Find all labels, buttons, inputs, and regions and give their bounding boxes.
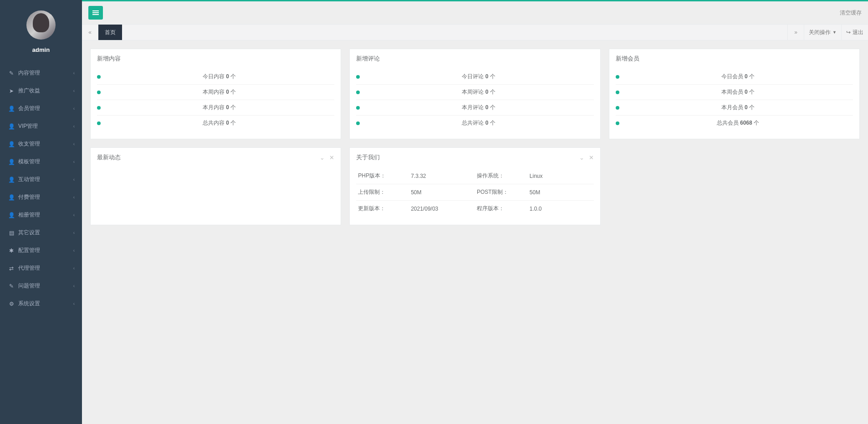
card-new-content: 新增内容 今日内容 0 个本周内容 0 个本月内容 0 个总共内容 0 个 <box>90 49 341 139</box>
card-about-us: 关于我们 ⌄ ✕ PHP版本：7.3.32操作系统：Linux上传限制：50MP… <box>349 147 600 225</box>
close-icon[interactable]: ✕ <box>329 154 334 161</box>
send-icon: ➤ <box>7 88 15 94</box>
chevron-left-icon: ‹ <box>73 230 75 233</box>
card-title: 新增评论 <box>356 55 380 63</box>
card-title: 新增内容 <box>97 55 121 63</box>
card-new-comments: 新增评论 今日评论 0 个本周评论 0 个本月评论 0 个总共评论 0 个 <box>349 49 600 139</box>
tab-close-ops-dropdown[interactable]: 关闭操作 ▼ <box>804 25 841 40</box>
main-area: 清空缓存 « 首页 » 关闭操作 ▼ ↪ 退出 新增内容 今日内容 0 个本周内… <box>82 1 868 233</box>
chevron-left-icon: ‹ <box>73 88 75 93</box>
stat-label: 本周内容 0 个 <box>104 88 334 96</box>
sidebar-item-4[interactable]: 👤收支管理‹ <box>0 135 82 153</box>
close-icon[interactable]: ✕ <box>589 154 594 161</box>
user-icon: 👤 <box>7 106 15 112</box>
chevron-left-icon: ‹ <box>73 141 75 146</box>
chevron-double-left-icon: « <box>88 29 92 35</box>
sidebar-item-9[interactable]: ▤其它设置‹ <box>0 224 82 233</box>
sidebar-item-label: 付费管理 <box>18 193 40 201</box>
status-dot-icon <box>97 91 101 94</box>
menu-toggle-button[interactable] <box>88 6 103 20</box>
tab-scroll-right-button[interactable]: » <box>787 25 804 40</box>
status-dot-icon <box>356 75 360 79</box>
status-dot-icon <box>97 106 101 110</box>
info-value: 1.0.0 <box>528 201 594 217</box>
stat-label: 本周会员 0 个 <box>623 88 853 96</box>
about-table: PHP版本：7.3.32操作系统：Linux上传限制：50MPOST限制：50M… <box>356 168 593 217</box>
tab-home[interactable]: 首页 <box>98 25 122 40</box>
clear-cache-link[interactable]: 清空缓存 <box>840 9 862 17</box>
stat-row: 本月评论 0 个 <box>356 100 593 116</box>
sidebar-item-label: 相册管理 <box>18 211 40 219</box>
stat-label: 总共评论 0 个 <box>363 119 593 127</box>
card-header: 新增评论 <box>350 49 600 68</box>
stat-row: 今日内容 0 个 <box>97 69 334 85</box>
card-header: 最新动态 ⌄ ✕ <box>91 148 341 167</box>
stat-label: 本月内容 0 个 <box>104 104 334 111</box>
stat-row: 本月会员 0 个 <box>616 100 853 116</box>
status-dot-icon <box>356 106 360 110</box>
sidebar-item-5[interactable]: 👤模板管理‹ <box>0 153 82 171</box>
logout-button[interactable]: ↪ 退出 <box>841 25 868 40</box>
info-key: 操作系统： <box>475 168 528 184</box>
tab-close-ops-label: 关闭操作 <box>809 25 831 40</box>
chevron-left-icon: ‹ <box>73 212 75 217</box>
sidebar-nav: ✎内容管理‹➤推广收益‹👤会员管理‹👤VIP管理‹👤收支管理‹👤模板管理‹👤互动… <box>0 64 82 233</box>
info-key: POST限制： <box>475 184 528 201</box>
card-body: PHP版本：7.3.32操作系统：Linux上传限制：50MPOST限制：50M… <box>350 167 600 225</box>
status-dot-icon <box>616 106 619 110</box>
stat-row: 本周评论 0 个 <box>356 85 593 100</box>
sidebar-item-2[interactable]: 👤会员管理‹ <box>0 100 82 117</box>
list-icon: ▤ <box>7 230 15 234</box>
sidebar-item-3[interactable]: 👤VIP管理‹ <box>0 117 82 135</box>
chevron-left-icon: ‹ <box>73 159 75 164</box>
collapse-icon[interactable]: ⌄ <box>579 154 584 161</box>
card-new-members: 新增会员 今日会员 0 个本周会员 0 个本月会员 0 个总共会员 6068 个 <box>609 49 860 139</box>
info-value: 50M <box>409 184 475 201</box>
card-header: 新增会员 <box>609 49 859 68</box>
collapse-icon[interactable]: ⌄ <box>320 154 325 161</box>
card-title: 关于我们 <box>356 153 380 162</box>
table-row: 更新版本：2021/09/03程序版本：1.0.0 <box>356 201 593 217</box>
sidebar-item-label: 模板管理 <box>18 158 40 166</box>
stat-row: 本周会员 0 个 <box>616 85 853 100</box>
stat-label: 本周评论 0 个 <box>363 88 593 96</box>
sidebar-item-6[interactable]: 👤互动管理‹ <box>0 171 82 188</box>
sidebar-item-8[interactable]: 👤相册管理‹ <box>0 206 82 224</box>
info-value: 50M <box>528 184 594 201</box>
sidebar-item-label: 互动管理 <box>18 176 40 183</box>
card-title: 最新动态 <box>97 153 121 162</box>
card-body: 今日评论 0 个本周评论 0 个本月评论 0 个总共评论 0 个 <box>350 68 600 139</box>
sidebar-item-0[interactable]: ✎内容管理‹ <box>0 64 82 82</box>
card-header: 关于我们 ⌄ ✕ <box>350 148 600 167</box>
stat-label: 本月评论 0 个 <box>363 104 593 111</box>
info-value: 7.3.32 <box>409 168 475 184</box>
chevron-left-icon: ‹ <box>73 71 75 76</box>
info-key: 更新版本： <box>356 201 409 217</box>
logout-icon: ↪ <box>846 25 851 40</box>
stat-label: 今日内容 0 个 <box>104 73 334 81</box>
card-body: 今日会员 0 个本周会员 0 个本月会员 0 个总共会员 6068 个 <box>609 68 859 139</box>
table-row: 上传限制：50MPOST限制：50M <box>356 184 593 201</box>
sidebar-item-1[interactable]: ➤推广收益‹ <box>0 82 82 100</box>
card-tools: ⌄ ✕ <box>579 154 594 161</box>
stat-label: 总共内容 0 个 <box>104 119 334 127</box>
chevron-left-icon: ‹ <box>73 124 75 129</box>
tab-scroll-left-button[interactable]: « <box>82 25 98 40</box>
stat-label: 今日评论 0 个 <box>363 73 593 81</box>
card-tools: ⌄ ✕ <box>320 154 334 161</box>
caret-down-icon: ▼ <box>832 25 837 40</box>
chevron-left-icon: ‹ <box>73 106 75 111</box>
sidebar-item-label: 推广收益 <box>18 87 40 95</box>
stat-row: 总共评论 0 个 <box>356 116 593 131</box>
tabbar: « 首页 » 关闭操作 ▼ ↪ 退出 <box>82 24 868 40</box>
profile-block: admin <box>0 1 82 60</box>
sidebar-item-label: 会员管理 <box>18 105 40 112</box>
topbar: 清空缓存 <box>82 1 868 24</box>
sidebar-item-7[interactable]: 👤付费管理‹ <box>0 188 82 206</box>
avatar[interactable] <box>26 10 56 40</box>
user-icon: 👤 <box>7 194 15 201</box>
user-icon: 👤 <box>7 123 15 130</box>
stat-label: 本月会员 0 个 <box>623 104 853 111</box>
status-dot-icon <box>356 121 360 125</box>
chevron-double-right-icon: » <box>794 29 797 35</box>
